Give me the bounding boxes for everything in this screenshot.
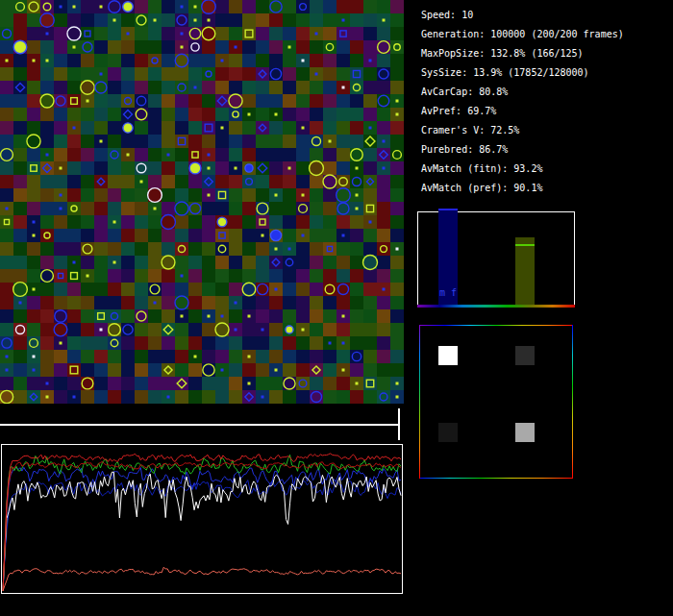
matrix-border-right	[572, 325, 573, 479]
stat-cramers-v: Cramer's V: 72.5%	[421, 121, 624, 140]
bar-olive-species	[515, 237, 535, 308]
stat-syssize: SysSize: 13.9% (17852/128000)	[421, 63, 624, 83]
stat-speed: Speed: 10	[421, 6, 624, 25]
matrix-border-top	[419, 325, 573, 326]
history-line-chart	[1, 444, 403, 594]
matrix-cell-0-0	[438, 346, 458, 365]
stat-avcarcap: AvCarCap: 80.8%	[421, 83, 624, 102]
stat-purebred: Purebred: 86.7%	[421, 140, 624, 160]
male-female-label: m f	[438, 288, 458, 298]
stat-maxpopsize: MaxPopSize: 132.8% (166/125)	[421, 44, 624, 63]
matrix-border-left	[419, 325, 420, 479]
frame-slider-track[interactable]	[0, 424, 400, 426]
stat-generation: Generation: 100000 (200/200 frames)	[421, 25, 624, 44]
species-bar-chart: m f	[417, 211, 575, 307]
matrix-cell-0-1	[515, 346, 535, 365]
matrix-border-bottom	[419, 478, 573, 479]
species-hue-axis	[417, 305, 575, 308]
bar-blue-cap-line	[438, 209, 458, 210]
preference-matrix	[419, 325, 573, 479]
stat-avmatch-fitn: AvMatch (fitn): 93.2%	[421, 160, 624, 179]
stats-panel: Speed: 10 Generation: 100000 (200/200 fr…	[421, 6, 624, 198]
matrix-cell-1-0	[438, 423, 458, 442]
matrix-cell-1-1	[515, 423, 535, 442]
population-grid	[0, 0, 404, 404]
frame-slider-handle[interactable]	[398, 408, 400, 440]
history-lines-canvas	[2, 445, 402, 593]
stat-avpref: AvPref: 69.7%	[421, 102, 624, 121]
stat-avmatch-pref: AvMatch (pref): 90.1%	[421, 179, 624, 198]
simulation-window: Speed: 10 Generation: 100000 (200/200 fr…	[0, 0, 673, 616]
bar-olive-cap-line	[515, 244, 535, 246]
bar-blue-species: m f	[438, 209, 458, 308]
